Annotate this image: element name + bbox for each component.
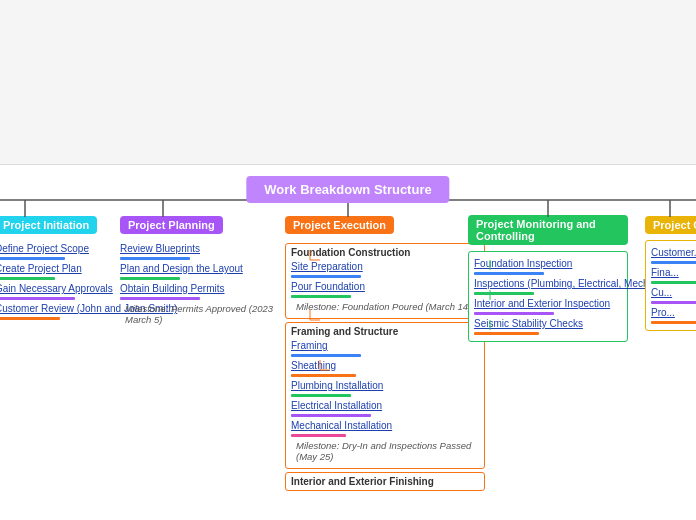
task-closing-4[interactable]: Pro... — [651, 307, 696, 318]
monitoring-tasks-group: Foundation Inspection Inspections (Plumb… — [468, 251, 628, 342]
section-planning: Project Planning Review Blueprints Plan … — [120, 215, 275, 328]
progress-interior-exterior — [474, 312, 554, 315]
closing-header: Project Cl... — [645, 216, 696, 234]
task-gain-approvals[interactable]: Gain Necessary Approvals — [0, 283, 115, 294]
progress-define-scope — [0, 257, 65, 260]
section-execution: Project Execution Foundation Constructio… — [285, 215, 485, 494]
planning-header: Project Planning — [120, 216, 223, 234]
task-site-prep[interactable]: Site Preparation — [291, 261, 479, 272]
progress-sheathing — [291, 374, 356, 377]
progress-electrical — [291, 414, 371, 417]
task-customer-review[interactable]: Customer Review (John and Joan Smith) — [0, 303, 115, 314]
task-electrical[interactable]: Electrical Installation — [291, 400, 479, 411]
task-define-scope[interactable]: Define Project Scope — [0, 243, 115, 254]
task-sheathing[interactable]: Sheathing — [291, 360, 479, 371]
progress-mechanical — [291, 434, 346, 437]
execution-foundation-group: Foundation Construction Site Preparation… — [285, 243, 485, 319]
task-obtain-permits[interactable]: Obtain Building Permits — [120, 283, 275, 294]
task-closing-2[interactable]: Fina... — [651, 267, 696, 278]
execution-finishing-group: Interior and Exterior Finishing — [285, 472, 485, 491]
task-foundation-inspection[interactable]: Foundation Inspection — [474, 258, 622, 269]
milestone-permits: Milestone: Permits Approved (2023 March … — [125, 303, 275, 325]
milestone-foundation-poured: Milestone: Foundation Poured (March 14) — [296, 301, 479, 312]
foundation-group-header: Foundation Construction — [291, 247, 479, 258]
task-closing-3[interactable]: Cu... — [651, 287, 696, 298]
section-initiation: Project Initiation Define Project Scope … — [0, 215, 115, 323]
execution-header: Project Execution — [285, 216, 394, 234]
progress-closing-1 — [651, 261, 696, 264]
task-plan-design[interactable]: Plan and Design the Layout — [120, 263, 275, 274]
initiation-header: Project Initiation — [0, 216, 97, 234]
task-interior-exterior-inspection[interactable]: Interior and Exterior Inspection — [474, 298, 622, 309]
progress-framing — [291, 354, 361, 357]
framing-group-header: Framing and Structure — [291, 326, 479, 337]
progress-review-blueprints — [120, 257, 190, 260]
execution-framing-group: Framing and Structure Framing Sheathing … — [285, 322, 485, 469]
section-closing: Project Cl... Customer... Fina... Cu... … — [645, 215, 696, 331]
task-inspections-may25[interactable]: Inspections (Plumbing, Electrical, Mecha… — [474, 278, 622, 289]
top-area — [0, 0, 696, 165]
task-framing[interactable]: Framing — [291, 340, 479, 351]
monitoring-header: Project Monitoring and Controlling — [468, 215, 628, 245]
progress-gain-approvals — [0, 297, 75, 300]
closing-tasks-group: Customer... Fina... Cu... Pro... — [645, 240, 696, 331]
finishing-group-header: Interior and Exterior Finishing — [291, 476, 479, 487]
task-mechanical[interactable]: Mechanical Installation — [291, 420, 479, 431]
milestone-dry-in: Milestone: Dry-In and Inspections Passed… — [296, 440, 479, 462]
progress-customer-review — [0, 317, 60, 320]
progress-site-prep — [291, 275, 361, 278]
progress-obtain-permits — [120, 297, 200, 300]
task-plumbing[interactable]: Plumbing Installation — [291, 380, 479, 391]
task-review-blueprints[interactable]: Review Blueprints — [120, 243, 275, 254]
task-closing-1[interactable]: Customer... — [651, 247, 696, 258]
task-pour-foundation[interactable]: Pour Foundation — [291, 281, 479, 292]
progress-closing-2 — [651, 281, 696, 284]
task-seismic-checks[interactable]: Seismic Stability Checks — [474, 318, 622, 329]
task-create-plan[interactable]: Create Project Plan — [0, 263, 115, 274]
progress-seismic-checks — [474, 332, 539, 335]
progress-closing-3 — [651, 301, 696, 304]
progress-plumbing — [291, 394, 351, 397]
progress-foundation-inspection — [474, 272, 544, 275]
progress-inspections-may25 — [474, 292, 534, 295]
progress-closing-4 — [651, 321, 696, 324]
progress-create-plan — [0, 277, 55, 280]
section-monitoring: Project Monitoring and Controlling Found… — [468, 215, 628, 342]
progress-plan-design — [120, 277, 180, 280]
progress-pour-foundation — [291, 295, 351, 298]
wbs-title: Work Breakdown Structure — [246, 176, 449, 203]
